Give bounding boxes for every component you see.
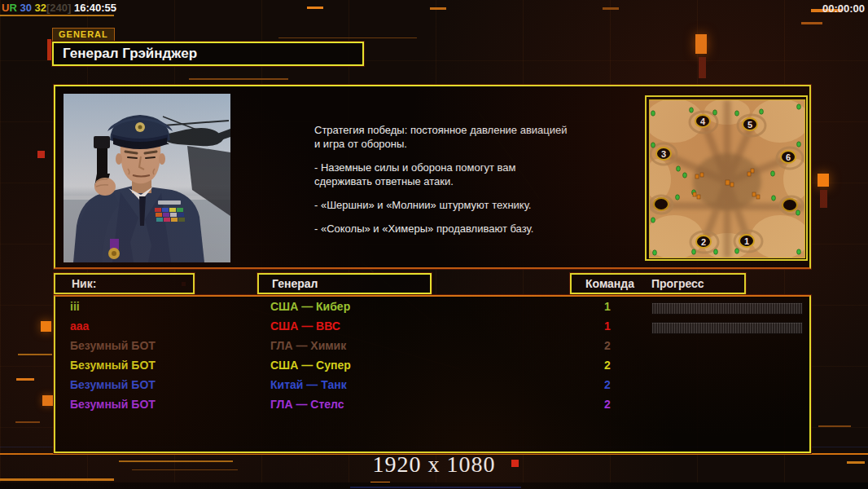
minimap: 4 5 3 6 2 1 bbox=[645, 95, 808, 261]
player-general: США — ВВС bbox=[270, 319, 340, 333]
player-general: ГЛА — Стелс bbox=[270, 398, 344, 411]
player-nick: Безумный БОТ bbox=[70, 339, 156, 352]
resolution-label: 1920 x 1080 bbox=[0, 452, 868, 478]
deco-line bbox=[307, 7, 323, 9]
deco-line bbox=[0, 15, 114, 16]
player-general: США — Супер bbox=[270, 359, 351, 372]
deco-blue-line bbox=[350, 487, 521, 488]
deco-square bbox=[37, 151, 45, 158]
header-team-label: Команда bbox=[585, 275, 634, 293]
header-general-label: Генерал bbox=[272, 277, 318, 290]
player-team: 1 bbox=[601, 300, 614, 313]
deco-line bbox=[0, 478, 114, 481]
minimap-terrain bbox=[650, 100, 804, 258]
player-team: 2 bbox=[601, 398, 614, 411]
player-team: 2 bbox=[601, 339, 614, 352]
deco-square bbox=[818, 174, 829, 187]
deco-line bbox=[189, 78, 288, 80]
player-nick: aaa bbox=[70, 319, 89, 333]
loading-screen: UR 30 32[240] 16:40:55 00:00:00 GENERAL … bbox=[0, 0, 868, 489]
deco-bar bbox=[695, 34, 707, 54]
player-nick: Безумный БОТ bbox=[70, 398, 156, 411]
deco-square bbox=[41, 321, 51, 332]
strategy-paragraph: Стратегия победы: постоянное давление ав… bbox=[314, 123, 640, 151]
strategy-paragraph: - Наземные силы и оборона помогут вам сд… bbox=[314, 161, 640, 188]
general-tab-label: GENERAL bbox=[52, 28, 115, 42]
header-progress-label: Прогресс bbox=[651, 275, 704, 293]
empty-position bbox=[782, 198, 798, 212]
deco-bar bbox=[47, 39, 51, 60]
player-team: 1 bbox=[601, 319, 614, 333]
player-row: Безумный БОТ ГЛА — Стелс 2 bbox=[55, 396, 809, 416]
match-timer: 00:00:00 bbox=[822, 2, 865, 15]
deco-bar bbox=[820, 190, 827, 208]
deco-line bbox=[18, 354, 52, 355]
player-general: США — Кибер bbox=[270, 300, 350, 313]
deco-line bbox=[801, 22, 822, 24]
deco-line bbox=[16, 378, 34, 381]
deco-line bbox=[603, 7, 619, 10]
gentool-clock: 16:40:55 bbox=[74, 2, 116, 14]
start-position-5: 5 bbox=[742, 117, 758, 131]
deco-line bbox=[818, 425, 851, 427]
player-row: aaa США — ВВС 1 bbox=[55, 318, 809, 337]
start-position-3: 3 bbox=[655, 147, 672, 161]
gentool-r: R bbox=[9, 2, 16, 14]
general-portrait bbox=[64, 94, 230, 262]
player-row: Безумный БОТ Китай — Танк 2 bbox=[55, 377, 809, 396]
player-nick: Безумный БОТ bbox=[70, 359, 156, 372]
player-team: 2 bbox=[601, 359, 614, 372]
header-general: Генерал bbox=[257, 273, 432, 294]
player-nick: iii bbox=[70, 300, 80, 313]
progress-bar bbox=[651, 302, 803, 315]
header-team-progress: Команда Прогресс bbox=[570, 273, 746, 294]
gentool-overlay: UR 30 32[240] 16:40:55 bbox=[2, 2, 116, 14]
general-info-panel: Стратегия победы: постоянное давление ав… bbox=[54, 85, 811, 269]
player-row: iii США — Кибер 1 bbox=[55, 298, 809, 318]
deco-line bbox=[278, 37, 417, 38]
player-nick: Безумный БОТ bbox=[70, 378, 156, 391]
gentool-num2: 32 bbox=[35, 2, 46, 14]
gentool-bracket: [240] bbox=[46, 2, 71, 14]
start-position-4: 4 bbox=[695, 114, 711, 128]
bottom-strip bbox=[0, 482, 868, 489]
player-general: ГЛА — Химик bbox=[270, 339, 346, 352]
player-row: Безумный БОТ ГЛА — Химик 2 bbox=[55, 337, 809, 357]
player-team: 2 bbox=[601, 378, 614, 391]
strategy-paragraph: - «Соколы» и «Химеры» продавливают базу. bbox=[314, 222, 640, 236]
deco-square bbox=[42, 395, 53, 406]
player-list: iii США — Кибер 1 aaa США — ВВС 1 Безумн… bbox=[54, 295, 811, 453]
general-portrait-image bbox=[64, 94, 230, 262]
deco-line bbox=[430, 7, 446, 10]
empty-position bbox=[653, 197, 669, 211]
page-title: Генерал Грэйнджер bbox=[52, 42, 364, 66]
header-nick: Ник: bbox=[54, 273, 195, 294]
deco-line bbox=[15, 421, 40, 423]
deco-bar bbox=[699, 57, 706, 78]
header-nick-label: Ник: bbox=[72, 277, 96, 290]
start-position-2: 2 bbox=[695, 235, 712, 249]
general-name: Генерал Грэйнджер bbox=[63, 46, 197, 61]
start-position-1: 1 bbox=[739, 234, 755, 248]
minimap-map: 4 5 3 6 2 1 bbox=[649, 99, 805, 258]
gentool-u: U bbox=[2, 2, 9, 14]
strategy-paragraph: - «Шершни» и «Молнии» штурмуют технику. bbox=[314, 198, 640, 212]
start-position-6: 6 bbox=[780, 150, 796, 164]
player-general: Китай — Танк bbox=[270, 378, 347, 391]
player-row: Безумный БОТ США — Супер 2 bbox=[55, 357, 809, 377]
gentool-num1: 30 bbox=[20, 2, 31, 14]
strategy-text: Стратегия победы: постоянное давление ав… bbox=[314, 123, 640, 245]
progress-bar bbox=[651, 322, 803, 334]
